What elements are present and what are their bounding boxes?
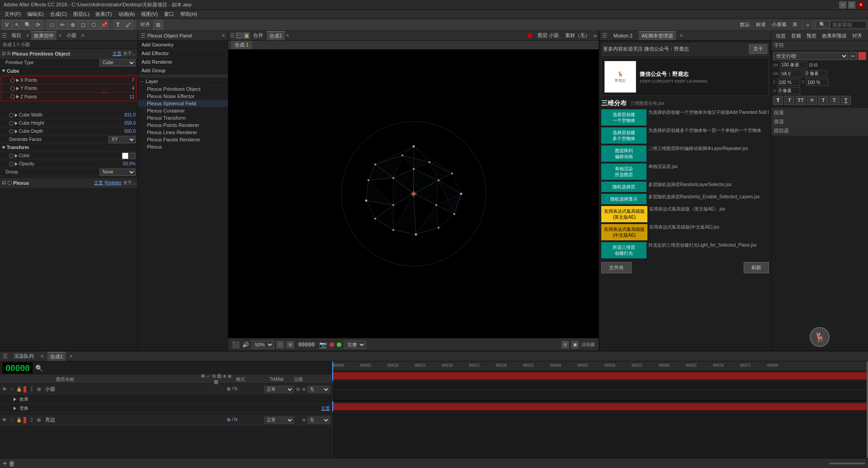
fit-btn[interactable]: □ xyxy=(277,341,284,348)
y-points-value[interactable]: 4 xyxy=(116,86,134,91)
tab-audio[interactable]: 音频 xyxy=(788,32,804,40)
opacity-stopwatch[interactable] xyxy=(9,162,14,166)
tab-ae-script[interactable]: AE脚本管理器 xyxy=(639,31,676,40)
add-group-btn[interactable]: Add Group xyxy=(138,66,228,75)
layer-1-solo[interactable]: ☆ xyxy=(9,387,14,392)
primitive-type-select[interactable]: Cube xyxy=(99,59,136,66)
preview-sync-btn[interactable]: ⬛ xyxy=(236,33,242,39)
workspace-default[interactable]: 默认 xyxy=(737,20,753,29)
plexus-lines-renderer-item[interactable]: Plexus Lines Renderer xyxy=(138,129,228,136)
cube-width-stopwatch[interactable] xyxy=(9,113,14,117)
close-render-queue[interactable]: ✕ xyxy=(40,354,44,359)
plexus-facets-renderer-item[interactable]: Plexus Facets Renderer xyxy=(138,136,228,143)
plexus-panel-close[interactable]: ✕ xyxy=(222,33,225,38)
z-points-value[interactable]: 12 xyxy=(116,94,134,99)
pixel-aspect-btn[interactable]: ⊞ xyxy=(287,341,294,348)
tab-render-queue[interactable]: 渲染队列 xyxy=(11,352,37,360)
layer-2-mode[interactable]: 正常 xyxy=(264,417,294,424)
tab-effect-controls[interactable]: 效果控件 xyxy=(31,31,57,40)
cube-height-value[interactable]: 658.0 xyxy=(113,121,136,126)
preview-menu-icon[interactable]: ☰ xyxy=(230,33,235,39)
tool-zoom[interactable]: 🔍 xyxy=(23,20,33,30)
layer-array-btn[interactable]: 图层阵列 偏移动画 xyxy=(601,145,646,162)
plexus-transform-item[interactable]: Plexus Transform xyxy=(138,114,228,122)
tool-clone[interactable]: ⊕ xyxy=(68,20,78,30)
timeline-ruler[interactable]: 00000 00005 00010 00015 00020 00025 xyxy=(332,361,868,370)
right-panel-menu[interactable]: ☰ xyxy=(602,33,607,39)
add-renderer-btn[interactable]: Add Renderer xyxy=(138,58,228,66)
align-btn[interactable]: ⊞ xyxy=(153,20,163,30)
layer-2-lock[interactable]: 🔓 xyxy=(16,417,22,423)
layer-1-lock[interactable]: 🔓 xyxy=(16,387,22,392)
tab-composition1[interactable]: 合成1 xyxy=(267,31,285,40)
timeline-search-btn[interactable]: 🔍 xyxy=(35,365,43,372)
allcaps-btn[interactable]: TT xyxy=(796,96,806,105)
layer-2-bar[interactable] xyxy=(332,403,868,410)
expr-cn-btn[interactable]: 实用表达式集高级版 (中文版AE) xyxy=(601,224,647,240)
close-icon-project[interactable]: ✕ xyxy=(26,33,29,38)
cube-depth-stopwatch[interactable] xyxy=(9,129,14,134)
tab-info[interactable]: 信息 xyxy=(773,32,788,40)
plexus-spherical-item[interactable]: Plexus Spherical Field xyxy=(138,100,228,107)
tl-delete-btn[interactable]: 🗑 xyxy=(9,460,15,467)
tab-motion2[interactable]: Motion 2 xyxy=(611,32,635,39)
add-effector-btn[interactable]: Add Effector xyxy=(138,49,228,58)
plexus-about-btn[interactable]: 关于... xyxy=(123,180,136,186)
bold-btn[interactable]: T xyxy=(773,96,783,105)
tab-composition[interactable]: 合并 xyxy=(250,31,266,40)
z-points-stopwatch[interactable] xyxy=(10,94,15,99)
italic-btn[interactable]: T xyxy=(784,96,794,105)
refresh-btn[interactable]: 刷新 xyxy=(744,262,769,273)
workspace-library[interactable]: 库 xyxy=(790,20,800,29)
random-select-btn[interactable]: 随机选择层 xyxy=(601,182,646,192)
plexus-reset-btn[interactable]: 主置 xyxy=(94,180,103,186)
font-size-input[interactable] xyxy=(780,61,807,69)
menu-edit[interactable]: 编辑(E) xyxy=(24,10,47,19)
snapshot-btn[interactable]: 📷 xyxy=(319,341,327,348)
timeline-menu-icon[interactable]: ☰ xyxy=(3,353,8,360)
cube-depth-value[interactable]: 500.0 xyxy=(113,129,136,134)
folder-btn[interactable]: 文件夹 xyxy=(601,262,632,273)
cube-width-value[interactable]: 831.0 xyxy=(113,112,136,117)
x-points-value[interactable]: 7 xyxy=(116,78,134,83)
menu-composition[interactable]: 合成(C) xyxy=(47,10,70,19)
tab-layer-small[interactable]: 图层 小面 xyxy=(535,31,561,40)
tab-comp1[interactable]: 合成1 xyxy=(47,352,66,361)
plexus-register-btn[interactable]: Register xyxy=(104,180,121,185)
close-icon-small[interactable]: ✕ xyxy=(81,33,85,38)
tab-align[interactable]: 对齐 xyxy=(849,32,865,40)
sub-btn[interactable]: T. xyxy=(830,96,840,105)
tool-camera-orbit[interactable]: ⟳ xyxy=(33,20,43,30)
transform-header[interactable]: Transform xyxy=(0,144,137,152)
tool-mask-pen[interactable]: ✏ xyxy=(57,20,67,30)
transform-link[interactable]: 主置 xyxy=(321,405,330,412)
expr-en-btn[interactable]: 实用表达式集高级版 (英文版AE) xyxy=(601,206,647,222)
preview-area[interactable] xyxy=(228,50,599,338)
tool-puppet[interactable]: 📌 xyxy=(99,20,109,30)
close-btn[interactable]: ✕ xyxy=(857,1,864,9)
about-btn[interactable]: 关于... xyxy=(123,51,136,57)
group-select[interactable]: None xyxy=(99,168,136,176)
zoom-select[interactable]: 50% xyxy=(252,341,274,349)
workspace-standard[interactable]: 标准 xyxy=(753,20,769,29)
color-swatch-white[interactable] xyxy=(122,153,128,159)
layer-1-bar[interactable] xyxy=(332,372,868,379)
ae-script-close[interactable]: ✕ xyxy=(679,33,683,38)
menu-view[interactable]: 视图(V) xyxy=(138,10,160,19)
composition-tab-label[interactable]: 合成 1 xyxy=(231,41,252,49)
menu-window[interactable]: 窗口 xyxy=(161,10,177,19)
tab-material-none[interactable]: 素材（无） xyxy=(562,31,593,40)
panel-menu-icon[interactable]: ☰ xyxy=(2,33,7,39)
tracking-input[interactable] xyxy=(780,70,802,77)
transparency-btn[interactable]: ◼ xyxy=(571,341,579,348)
render-selected-btn[interactable]: 单独渲染 所选图层 xyxy=(601,164,646,180)
layer-2-eye[interactable]: 👁 xyxy=(2,417,7,423)
reset-btn[interactable]: 主置 xyxy=(113,51,122,57)
layer-2-solo[interactable]: ☆ xyxy=(9,417,14,423)
h-scale-input[interactable] xyxy=(778,79,800,86)
plexus-enabled-checkbox[interactable]: ☑ xyxy=(2,180,6,185)
tool-roto[interactable]: ⬡ xyxy=(89,20,99,30)
plexus-item[interactable]: Plexus xyxy=(138,143,228,150)
font-color-swatch[interactable] xyxy=(858,52,866,60)
super-btn[interactable]: T xyxy=(818,96,828,105)
